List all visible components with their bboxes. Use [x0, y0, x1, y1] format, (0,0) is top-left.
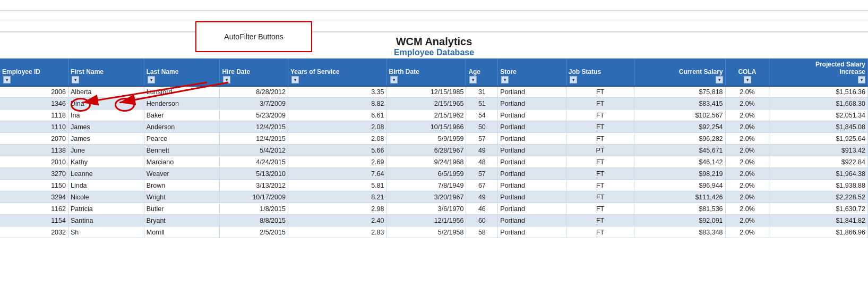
- table-cell: Weaver: [144, 168, 220, 180]
- filter-btn-cola[interactable]: ▾: [744, 76, 751, 83]
- table-cell: 1/8/2015: [220, 203, 288, 215]
- col-header-employeeid: Employee ID ▾: [0, 58, 68, 86]
- filter-btn-yos[interactable]: ▾: [291, 76, 299, 83]
- table-cell: 3270: [0, 168, 68, 180]
- table-cell: 8/8/2015: [220, 215, 288, 226]
- table-cell: 2.0%: [725, 133, 769, 145]
- filter-btn-employeeid[interactable]: ▾: [3, 76, 11, 83]
- table-cell: June: [68, 145, 144, 156]
- table-cell: $1,630.72: [769, 203, 868, 215]
- table-cell: $1,964.38: [769, 168, 868, 180]
- table-cell: $1,938.88: [769, 180, 868, 191]
- table-cell: 5/2/1958: [386, 226, 466, 238]
- table-cell: 5/23/2009: [220, 110, 288, 121]
- filter-btn-lastname[interactable]: ▾: [148, 76, 155, 83]
- table-cell: 1150: [0, 180, 68, 191]
- table-row: 2010KathyMarciano4/24/20152.699/24/19684…: [0, 156, 868, 168]
- table-cell: $1,516.36: [769, 86, 868, 98]
- table-cell: 57: [466, 133, 498, 145]
- filter-btn-projsalary[interactable]: ▾: [858, 76, 865, 83]
- col-header-age: Age ▾: [466, 58, 498, 86]
- table-cell: 6.61: [288, 110, 386, 121]
- table-cell: FT: [566, 226, 634, 238]
- table-cell: 2/15/1965: [386, 98, 466, 110]
- table-cell: $102,567: [634, 110, 725, 121]
- table-cell: 48: [466, 156, 498, 168]
- table-cell: Alberta: [68, 86, 144, 98]
- table-cell: 2.0%: [725, 145, 769, 156]
- table-cell: 3294: [0, 191, 68, 203]
- table-cell: 9/24/1968: [386, 156, 466, 168]
- table-cell: Butler: [144, 203, 220, 215]
- table-row: 1162PatriciaButler1/8/20152.983/6/197046…: [0, 203, 868, 215]
- col-header-lastname: Last Name ▾: [144, 58, 220, 86]
- table-cell: 2.0%: [725, 110, 769, 121]
- col-header-jobstatus: Job Status ▾: [566, 58, 634, 86]
- table-cell: Portland: [498, 168, 566, 180]
- filter-btn-jobstatus[interactable]: ▾: [570, 76, 577, 83]
- page-wrapper: WCM Analytics Employee Database AutoFilt…: [0, 0, 868, 302]
- table-cell: FT: [566, 191, 634, 203]
- table-cell: $96,944: [634, 180, 725, 191]
- table-cell: 10/15/1966: [386, 121, 466, 133]
- table-cell: Sh: [68, 226, 144, 238]
- data-table-wrapper: Employee ID ▾ First Name ▾ Last Name ▾ H…: [0, 58, 868, 238]
- table-cell: 2032: [0, 226, 68, 238]
- col-header-projsalary: Projected Salary Increase ▾: [769, 58, 868, 86]
- header-row: Employee ID ▾ First Name ▾ Last Name ▾ H…: [0, 58, 868, 86]
- table-cell: 31: [466, 86, 498, 98]
- table-cell: 58: [466, 226, 498, 238]
- table-cell: 2.0%: [725, 156, 769, 168]
- table-cell: FT: [566, 133, 634, 145]
- table-cell: 2.40: [288, 215, 386, 226]
- table-cell: $46,142: [634, 156, 725, 168]
- table-cell: $1,845.08: [769, 121, 868, 133]
- table-cell: 2070: [0, 133, 68, 145]
- table-cell: 2006: [0, 86, 68, 98]
- table-row: 1138JuneBennett5/4/20125.666/28/196749Po…: [0, 145, 868, 156]
- table-cell: 3.35: [288, 86, 386, 98]
- table-cell: Portland: [498, 215, 566, 226]
- table-cell: Kathy: [68, 156, 144, 168]
- employee-table: Employee ID ▾ First Name ▾ Last Name ▾ H…: [0, 58, 868, 238]
- table-cell: FT: [566, 86, 634, 98]
- table-cell: Santina: [68, 215, 144, 226]
- table-cell: 3/7/2009: [220, 98, 288, 110]
- table-cell: Portland: [498, 191, 566, 203]
- table-cell: Linda: [68, 180, 144, 191]
- table-cell: Baker: [144, 110, 220, 121]
- table-cell: 57: [466, 168, 498, 180]
- table-cell: 2.98: [288, 203, 386, 215]
- table-cell: 5/13/2010: [220, 168, 288, 180]
- filter-btn-salary[interactable]: ▾: [716, 76, 723, 83]
- table-cell: 12/4/2015: [220, 133, 288, 145]
- table-cell: FT: [566, 121, 634, 133]
- table-cell: Pearce: [144, 133, 220, 145]
- table-cell: Portland: [498, 145, 566, 156]
- table-cell: 50: [466, 121, 498, 133]
- filter-btn-hiredate[interactable]: ▾: [223, 76, 230, 83]
- filter-btn-age[interactable]: ▾: [469, 76, 477, 83]
- top-blank-rows: [0, 0, 868, 32]
- filter-btn-store[interactable]: ▾: [501, 76, 509, 83]
- filter-btn-birthdate[interactable]: ▾: [390, 76, 398, 83]
- table-cell: Henderson: [144, 98, 220, 110]
- table-cell: Lunsford: [144, 86, 220, 98]
- table-cell: FT: [566, 168, 634, 180]
- table-cell: 3/13/2012: [220, 180, 288, 191]
- table-cell: 5/9/1959: [386, 133, 466, 145]
- col-header-cola: COLA ▾: [725, 58, 769, 86]
- table-cell: 2/5/2015: [220, 226, 288, 238]
- table-cell: 4/24/2015: [220, 156, 288, 168]
- col-header-store: Store ▾: [498, 58, 566, 86]
- table-cell: 8.21: [288, 191, 386, 203]
- table-cell: $2,051.34: [769, 110, 868, 121]
- table-cell: 2.83: [288, 226, 386, 238]
- table-cell: 8/28/2012: [220, 86, 288, 98]
- table-row: 1110JamesAnderson12/4/20152.0810/15/1966…: [0, 121, 868, 133]
- filter-btn-firstname[interactable]: ▾: [72, 76, 79, 83]
- table-cell: James: [68, 133, 144, 145]
- table-cell: 2.0%: [725, 215, 769, 226]
- col-header-firstname: First Name ▾: [68, 58, 144, 86]
- table-cell: FT: [566, 215, 634, 226]
